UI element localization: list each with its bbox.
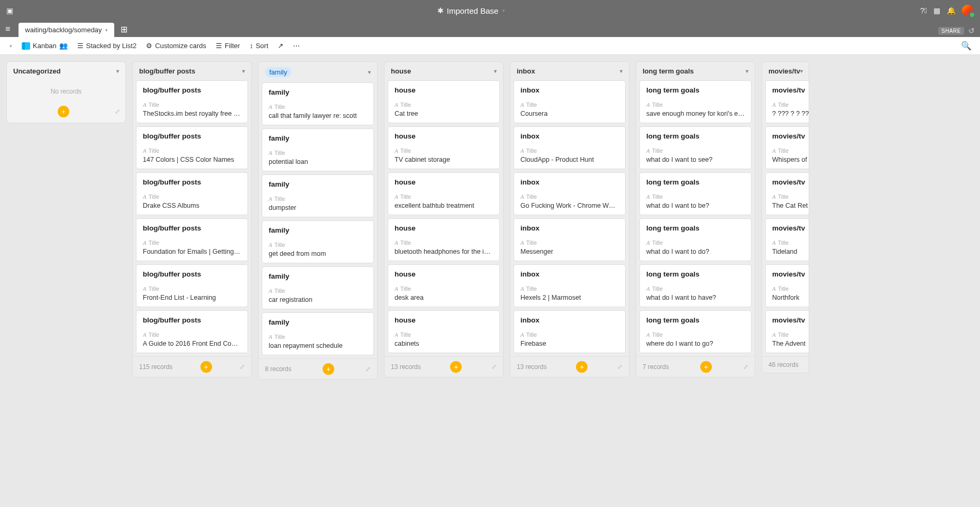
record-card[interactable]: houseA Titlebluetooth headphones for the… [388, 218, 500, 261]
field-label: A Title [520, 148, 619, 154]
record-card[interactable]: long term goalsA Titlewhat do I want to … [639, 172, 752, 215]
record-card[interactable]: long term goalsA Titlewhat do I want to … [639, 126, 752, 169]
field-label: A Title [269, 242, 367, 248]
field-value: what do I want to see? [646, 156, 745, 163]
record-card[interactable]: inboxA TitleHexels 2 | Marmoset [514, 264, 626, 307]
more-icon[interactable]: ⋯ [293, 42, 300, 50]
card-heading: inbox [520, 178, 619, 186]
apps-icon[interactable]: ▦ [933, 6, 940, 15]
record-card[interactable]: long term goalsA Titlesave enough money … [639, 80, 752, 123]
record-card[interactable]: blog/buffer postsA TitleFront-End List -… [136, 264, 248, 307]
record-card[interactable]: long term goalsA Titlewhat do I want to … [639, 218, 752, 261]
column-header[interactable]: family▾ [259, 62, 377, 82]
record-card[interactable]: blog/buffer postsA TitleA Guide to 2016 … [136, 310, 248, 353]
column-header[interactable]: long term goals▾ [636, 62, 755, 80]
gear-icon: ⚙ [146, 42, 152, 50]
field-value: potential loan [269, 158, 367, 165]
notifications-icon[interactable]: 🔔 [947, 6, 956, 15]
record-card[interactable]: long term goalsA Titlewhere do I want to… [639, 310, 752, 353]
expand-icon[interactable]: ⤢ [240, 363, 245, 371]
card-heading: family [269, 88, 367, 96]
record-card[interactable]: movies/tvA Title? ??? ? ? ??? [765, 80, 809, 123]
app-logo-icon[interactable]: ▣ [6, 6, 13, 15]
add-record-button[interactable]: + [576, 361, 588, 373]
column-header[interactable]: Uncategorized▾ [7, 62, 125, 80]
add-record-button[interactable]: + [450, 361, 462, 373]
add-tab-icon[interactable]: ⊞ [121, 24, 127, 34]
share-view-icon[interactable]: ↗ [278, 42, 283, 50]
record-card[interactable]: movies/tvA TitleWhispers of [765, 126, 809, 169]
search-icon[interactable]: 🔍 [961, 41, 972, 50]
views-chevron-icon[interactable]: ▾ [10, 43, 12, 49]
hamburger-icon[interactable]: ≡ [5, 24, 10, 34]
column-header[interactable]: inbox▾ [510, 62, 629, 80]
view-switcher[interactable]: Kanban 👥 [22, 42, 68, 50]
record-card[interactable]: movies/tvA TitleTideland [765, 218, 809, 261]
expand-icon[interactable]: ⤢ [617, 363, 622, 371]
field-value: where do I want to go? [646, 340, 745, 347]
record-card[interactable]: houseA TitleCat tree [388, 80, 500, 123]
kanban-column: inbox▾inboxA TitleCourserainboxA TitleCl… [510, 61, 629, 377]
column-header[interactable]: house▾ [384, 62, 503, 80]
expand-icon[interactable]: ⤢ [365, 365, 371, 373]
sort-button[interactable]: ↕ Sort [250, 42, 268, 50]
avatar[interactable] [962, 5, 974, 16]
record-card[interactable]: houseA Titledesk area [388, 264, 500, 307]
record-card[interactable]: inboxA TitleCloudApp - Product Hunt [514, 126, 626, 169]
record-card[interactable]: familyA Titlecar registration [262, 266, 374, 309]
record-count: 115 records [139, 363, 172, 371]
record-card[interactable]: inboxA TitleFirebase [514, 310, 626, 353]
base-gear-icon: ✱ [437, 6, 444, 15]
record-card[interactable]: blog/buffer postsA TitleFoundation for E… [136, 218, 248, 261]
expand-icon[interactable]: ⤢ [743, 363, 748, 371]
card-heading: blog/buffer posts [143, 132, 241, 140]
column-header[interactable]: blog/buffer posts▾ [133, 62, 251, 80]
record-card[interactable]: familyA Titlepotential loan [262, 128, 374, 171]
record-card[interactable]: familyA Titleget deed from mom [262, 220, 374, 263]
record-card[interactable]: movies/tvA TitleThe Cat Ret [765, 172, 809, 215]
view-name: Kanban [33, 42, 57, 50]
field-label: A Title [520, 102, 619, 108]
card-heading: house [395, 270, 493, 278]
expand-icon[interactable]: ⤢ [115, 108, 120, 115]
record-card[interactable]: houseA Titleexcellent bathtub treatment [388, 172, 500, 215]
history-icon[interactable]: ↺ [968, 26, 975, 35]
field-value: save enough money for kori's edu... [646, 110, 745, 117]
record-card[interactable]: blog/buffer postsA Title147 Colors | CSS… [136, 126, 248, 169]
record-card[interactable]: blog/buffer postsA TitleTheStocks.im bes… [136, 80, 248, 123]
customize-cards-button[interactable]: ⚙ Customize cards [146, 42, 206, 50]
stacked-by-button[interactable]: ☰ Stacked by List2 [77, 42, 136, 50]
chevron-down-icon[interactable]: ▾ [502, 8, 505, 13]
field-label: A Title [395, 148, 493, 154]
card-heading: house [395, 132, 493, 140]
record-card[interactable]: familyA Titleloan repayment schedule [262, 312, 374, 355]
record-card[interactable]: inboxA TitleMessenger [514, 218, 626, 261]
add-record-button[interactable]: + [200, 361, 212, 373]
field-label: A Title [646, 148, 745, 154]
record-card[interactable]: movies/tvA TitleNorthfork [765, 264, 809, 307]
column-header[interactable]: movies/tv▾ [762, 62, 809, 80]
base-title[interactable]: Imported Base [447, 6, 499, 15]
card-heading: blog/buffer posts [143, 224, 241, 232]
record-card[interactable]: familyA Titlecall that family lawyer re:… [262, 82, 374, 125]
record-card[interactable]: houseA TitleTV cabinet storage [388, 126, 500, 169]
share-button[interactable]: SHARE [938, 27, 964, 35]
record-card[interactable]: inboxA TitleCoursera [514, 80, 626, 123]
column-body: familyA Titlecall that family lawyer re:… [259, 82, 377, 358]
add-record-button[interactable]: + [700, 361, 712, 373]
record-card[interactable]: inboxA TitleGo Fucking Work - Chrome Web… [514, 172, 626, 215]
record-card[interactable]: long term goalsA Titlewhat do I want to … [639, 264, 752, 307]
tab-waiting-backlog[interactable]: waiting/backlog/someday ▾ [19, 23, 114, 37]
record-card[interactable]: blog/buffer postsA TitleDrake CSS Albums [136, 172, 248, 215]
field-value: get deed from mom [269, 250, 367, 257]
add-record-button[interactable]: + [323, 363, 334, 375]
add-record-button[interactable]: + [58, 106, 69, 117]
record-card[interactable]: movies/tvA TitleThe Advent [765, 310, 809, 353]
column-name: family [265, 67, 291, 77]
expand-icon[interactable]: ⤢ [491, 363, 497, 371]
field-label: A Title [143, 102, 241, 108]
record-card[interactable]: houseA Titlecabinets [388, 310, 500, 353]
record-card[interactable]: familyA Titledumpster [262, 174, 374, 217]
help-icon[interactable]: ?⃝ [920, 6, 927, 15]
filter-button[interactable]: ☰ Filter [216, 42, 240, 50]
